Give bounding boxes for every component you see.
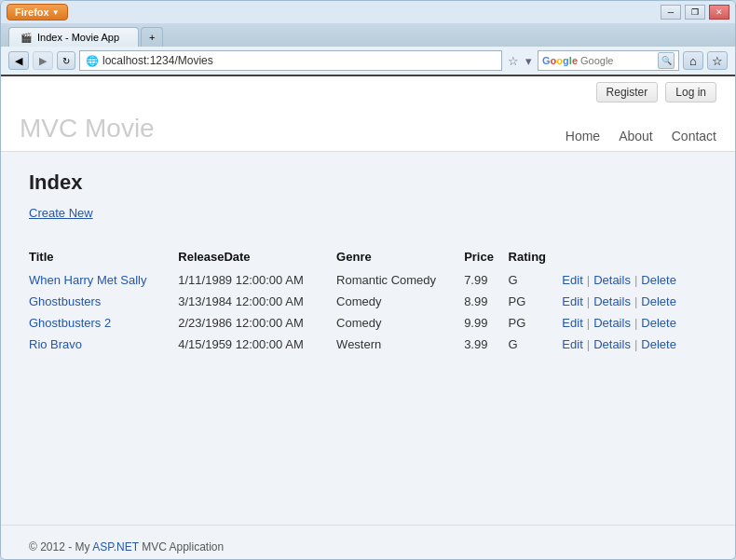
search-bar: Google 🔍: [538, 50, 679, 71]
row-rating: G: [509, 269, 563, 291]
row-rating: PG: [509, 291, 563, 312]
table-row: When Harry Met Sally 1/11/1989 12:00:00 …: [29, 269, 707, 291]
nav-contact[interactable]: Contact: [672, 129, 716, 143]
window-controls: ─ ❐ ✕: [659, 5, 729, 20]
col-rating: Rating: [509, 246, 563, 269]
page-heading: Index: [29, 171, 707, 195]
table-row: Rio Bravo 4/15/1959 12:00:00 AM Western …: [29, 334, 707, 355]
address-icons: ☆ ▾: [506, 52, 534, 70]
separator-2: |: [634, 294, 637, 308]
details-link[interactable]: Details: [593, 273, 631, 287]
row-actions: Edit | Details | Delete: [562, 291, 707, 312]
row-title: Ghostbusters 2: [29, 312, 178, 334]
main-content: Index Create New Title ReleaseDate Genre…: [1, 152, 735, 525]
page-content: Register Log in MVC Movie Home About Con…: [1, 76, 735, 559]
title-link[interactable]: When Harry Met Sally: [29, 273, 146, 287]
row-actions: Edit | Details | Delete: [562, 312, 707, 334]
home-button[interactable]: ⌂: [683, 51, 703, 70]
col-genre: Genre: [336, 246, 464, 269]
delete-link[interactable]: Delete: [641, 337, 676, 351]
search-go-button[interactable]: 🔍: [658, 52, 675, 69]
row-genre: Comedy: [336, 291, 464, 312]
movies-table: Title ReleaseDate Genre Price Rating Whe…: [29, 246, 707, 355]
new-tab-button[interactable]: +: [141, 27, 163, 47]
edit-link[interactable]: Edit: [562, 294, 582, 308]
firefox-menu-button[interactable]: Firefox: [7, 4, 68, 20]
site-header: Register Log in MVC Movie Home About Con…: [1, 76, 735, 152]
delete-link[interactable]: Delete: [641, 316, 676, 330]
create-new-link[interactable]: Create New: [29, 206, 93, 220]
col-title: Title: [29, 246, 178, 269]
footer-text-after: MVC Application: [139, 540, 224, 553]
table-row: Ghostbusters 3/13/1984 12:00:00 AM Comed…: [29, 291, 707, 312]
edit-link[interactable]: Edit: [562, 273, 582, 287]
delete-link[interactable]: Delete: [641, 273, 676, 287]
row-release-date: 2/23/1986 12:00:00 AM: [178, 312, 336, 334]
site-footer: © 2012 - My ASP.NET MVC Application: [1, 525, 735, 559]
separator-1: |: [587, 316, 590, 330]
table-body: When Harry Met Sally 1/11/1989 12:00:00 …: [29, 269, 707, 355]
title-link[interactable]: Ghostbusters 2: [29, 316, 111, 330]
browser-title-bar: Firefox ─ ❐ ✕: [1, 1, 735, 23]
google-icon: Google: [542, 55, 578, 66]
tab-title: Index - Movie App: [37, 32, 119, 43]
row-genre: Comedy: [336, 312, 464, 334]
row-price: 8.99: [464, 291, 508, 312]
star-down-icon[interactable]: ▾: [524, 52, 534, 70]
details-link[interactable]: Details: [593, 316, 631, 330]
title-link[interactable]: Rio Bravo: [29, 337, 82, 351]
edit-link[interactable]: Edit: [562, 337, 582, 351]
nav-home[interactable]: Home: [566, 129, 600, 143]
footer-asp-link[interactable]: ASP.NET: [92, 540, 139, 553]
nav-menu: Home About Contact: [566, 121, 716, 151]
bookmarks-button[interactable]: ☆: [707, 51, 728, 70]
search-input[interactable]: [580, 55, 655, 66]
row-release-date: 4/15/1959 12:00:00 AM: [178, 334, 336, 355]
col-actions: [562, 246, 707, 269]
browser-window: Firefox ─ ❐ ✕ 🎬 Index - Movie App + ◀ ▶ …: [0, 0, 736, 560]
row-price: 3.99: [464, 334, 508, 355]
row-title: Ghostbusters: [29, 291, 178, 312]
row-title: When Harry Met Sally: [29, 269, 178, 291]
header-top: Register Log in: [20, 76, 716, 106]
row-price: 9.99: [464, 312, 508, 334]
delete-link[interactable]: Delete: [641, 294, 676, 308]
back-button[interactable]: ◀: [8, 51, 29, 70]
table-row: Ghostbusters 2 2/23/1986 12:00:00 AM Com…: [29, 312, 707, 334]
row-genre: Romantic Comedy: [336, 269, 464, 291]
edit-link[interactable]: Edit: [562, 316, 582, 330]
separator-2: |: [634, 316, 637, 330]
separator-2: |: [634, 337, 637, 351]
refresh-button[interactable]: ↻: [57, 51, 75, 70]
nav-about[interactable]: About: [619, 129, 653, 143]
site-title: MVC Movie: [20, 106, 155, 151]
title-link[interactable]: Ghostbusters: [29, 294, 101, 308]
separator-2: |: [634, 273, 637, 287]
row-rating: PG: [509, 312, 563, 334]
row-release-date: 3/13/1984 12:00:00 AM: [178, 291, 336, 312]
row-actions: Edit | Details | Delete: [562, 334, 707, 355]
details-link[interactable]: Details: [593, 337, 631, 351]
forward-button[interactable]: ▶: [33, 51, 53, 70]
row-title: Rio Bravo: [29, 334, 178, 355]
address-bar: ◀ ▶ ↻ 🌐 localhost:1234/Movies ☆ ▾ Google…: [1, 47, 735, 76]
row-release-date: 1/11/1989 12:00:00 AM: [178, 269, 336, 291]
row-genre: Western: [336, 334, 464, 355]
restore-button[interactable]: ❐: [685, 5, 705, 20]
col-price: Price: [464, 246, 508, 269]
address-field[interactable]: 🌐 localhost:1234/Movies: [79, 50, 502, 71]
row-price: 7.99: [464, 269, 508, 291]
minimize-button[interactable]: ─: [661, 5, 681, 20]
star-icon[interactable]: ☆: [506, 52, 521, 70]
close-button[interactable]: ✕: [709, 5, 729, 20]
row-actions: Edit | Details | Delete: [562, 269, 707, 291]
table-header: Title ReleaseDate Genre Price Rating: [29, 246, 707, 269]
active-tab[interactable]: 🎬 Index - Movie App: [8, 27, 139, 47]
details-link[interactable]: Details: [593, 294, 631, 308]
footer-text-before: © 2012 - My: [29, 540, 92, 553]
col-release-date: ReleaseDate: [178, 246, 336, 269]
register-button[interactable]: Register: [596, 82, 659, 102]
login-button[interactable]: Log in: [665, 82, 716, 102]
tab-bar: 🎬 Index - Movie App +: [1, 23, 735, 47]
separator-1: |: [587, 337, 590, 351]
